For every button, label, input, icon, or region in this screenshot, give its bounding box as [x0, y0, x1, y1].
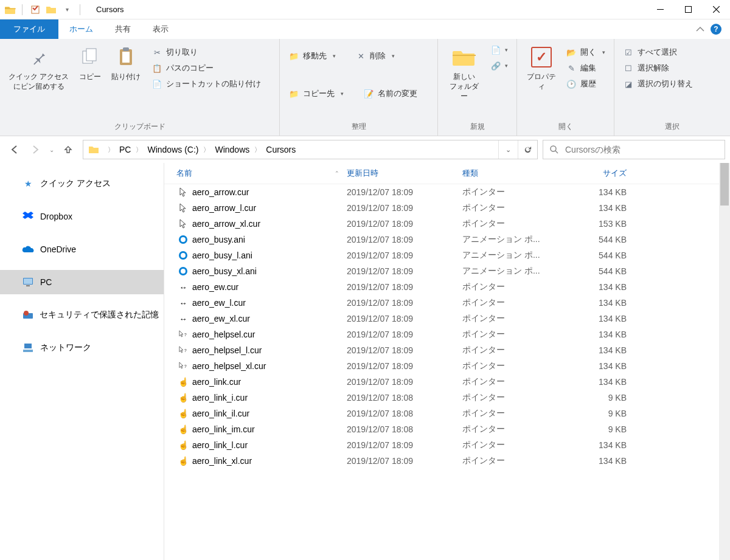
nav-forward-button[interactable]	[26, 140, 45, 159]
col-date[interactable]: 更新日時	[347, 168, 462, 179]
sidebar-item-quick-access[interactable]: ★クイック アクセス	[0, 171, 164, 196]
file-type-icon: ↔	[176, 314, 190, 323]
crumb-sep[interactable]: 〉	[200, 145, 214, 154]
sidebar-item-network[interactable]: ネットワーク	[0, 336, 164, 360]
properties-button[interactable]: プロパティ	[522, 43, 561, 94]
open-button[interactable]: 📂開く	[562, 45, 609, 60]
navbar: ⌄ 〉 PC 〉 Windows (C:) 〉 Windows 〉 Cursor…	[0, 136, 730, 163]
nav-up-button[interactable]	[58, 140, 78, 159]
sidebar-item-dropbox[interactable]: Dropbox	[0, 204, 164, 229]
crumb-sep[interactable]: 〉	[251, 145, 265, 154]
file-name: aero_link_im.cur	[190, 424, 347, 434]
file-row[interactable]: ☝aero_link_l.cur2019/12/07 18:09ポインター134…	[164, 437, 719, 453]
scrollbar-thumb[interactable]	[720, 163, 729, 206]
file-name: aero_link.cur	[190, 377, 347, 387]
address-dropdown[interactable]: ⌄	[498, 140, 518, 159]
rename-button[interactable]: 📝名前の変更	[360, 86, 421, 101]
minimize-button[interactable]	[646, 0, 674, 19]
ribbon-collapse-button[interactable]	[696, 24, 704, 35]
vertical-scrollbar[interactable]	[719, 163, 730, 560]
file-type: ポインター	[462, 440, 554, 451]
help-button[interactable]: ?	[711, 24, 721, 35]
sidebar-item-onedrive[interactable]: OneDrive	[0, 237, 164, 261]
crumb-windows[interactable]: Windows	[214, 145, 251, 154]
file-row[interactable]: aero_arrow.cur2019/12/07 18:09ポインター134 K…	[164, 184, 719, 200]
file-type-icon	[176, 267, 190, 275]
select-all-button[interactable]: ☑すべて選択	[619, 45, 697, 60]
copy-button[interactable]: コピー	[72, 43, 108, 84]
tab-share[interactable]: 共有	[104, 19, 142, 39]
qat-folder[interactable]	[44, 3, 58, 16]
file-type: ポインター	[462, 218, 554, 229]
edit-button[interactable]: ✎編集	[562, 61, 609, 75]
file-row[interactable]: aero_arrow_xl.cur2019/12/07 18:09ポインター15…	[164, 216, 719, 232]
easy-access-dropdown[interactable]: 🔗▾	[487, 58, 512, 73]
address-bar[interactable]: 〉 PC 〉 Windows (C:) 〉 Windows 〉 Cursors …	[83, 140, 538, 159]
svg-text:?: ?	[184, 348, 187, 353]
crumb-sep[interactable]: 〉	[104, 145, 118, 154]
file-type: ポインター	[462, 424, 554, 435]
group-label-new: 新規	[438, 119, 516, 136]
qat-dropdown[interactable]: ▾	[60, 3, 74, 16]
file-row[interactable]: ↔aero_ew_xl.cur2019/12/07 18:09ポインター134 …	[164, 311, 719, 327]
sidebar-item-security[interactable]: セキュリティで保護された記憶	[0, 303, 164, 327]
file-row[interactable]: ☝aero_link.cur2019/12/07 18:09ポインター134 K…	[164, 374, 719, 390]
pin-to-quick-access-button[interactable]: クイック アクセス にピン留めする	[5, 43, 72, 94]
delete-button[interactable]: ✕削除	[352, 49, 398, 63]
col-name[interactable]: 名前⌃	[176, 168, 347, 179]
invert-selection-button[interactable]: ◪選択の切り替え	[619, 77, 697, 91]
file-row[interactable]: ☝aero_link_im.cur2019/12/07 18:08ポインター9 …	[164, 421, 719, 437]
copy-path-button[interactable]: 📋パスのコピー	[148, 61, 265, 75]
file-date: 2019/12/07 18:09	[347, 440, 462, 450]
file-row[interactable]: ☝aero_link_xl.cur2019/12/07 18:09ポインター13…	[164, 453, 719, 469]
file-row[interactable]: ?aero_helpsel_xl.cur2019/12/07 18:09ポインタ…	[164, 358, 719, 374]
file-row[interactable]: ?aero_helpsel.cur2019/12/07 18:09ポインター13…	[164, 327, 719, 342]
crumb-sep[interactable]: 〉	[132, 145, 146, 154]
search-box[interactable]	[543, 140, 725, 159]
col-size[interactable]: サイズ	[554, 168, 627, 179]
svg-rect-2	[685, 7, 691, 13]
file-row[interactable]: ↔aero_ew_l.cur2019/12/07 18:09ポインター134 K…	[164, 295, 719, 311]
file-size: 134 KB	[554, 377, 627, 387]
paste-shortcut-button[interactable]: 📄ショートカットの貼り付け	[148, 77, 265, 91]
star-icon: ★	[22, 178, 34, 190]
search-input[interactable]	[565, 145, 718, 154]
file-row[interactable]: aero_busy_l.ani2019/12/07 18:09アニメーション ポ…	[164, 247, 719, 263]
file-name: aero_busy_xl.ani	[190, 266, 347, 276]
crumb-drive[interactable]: Windows (C:)	[146, 145, 200, 154]
file-row[interactable]: aero_busy_xl.ani2019/12/07 18:09アニメーション …	[164, 263, 719, 279]
new-item-dropdown[interactable]: 📄▾	[487, 43, 512, 57]
copy-to-button[interactable]: 📁コピー先	[285, 86, 347, 101]
close-button[interactable]	[702, 0, 730, 19]
cut-button[interactable]: ✂切り取り	[148, 45, 265, 60]
tab-file[interactable]: ファイル	[0, 19, 58, 39]
file-row[interactable]: ☝aero_link_il.cur2019/12/07 18:08ポインター9 …	[164, 406, 719, 421]
sidebar-item-pc[interactable]: PC	[0, 270, 164, 294]
new-folder-button[interactable]: 新しい フォルダー	[443, 43, 485, 104]
pc-icon	[22, 276, 34, 288]
col-type[interactable]: 種類	[462, 168, 554, 179]
tab-home[interactable]: ホーム	[58, 19, 104, 39]
svg-rect-4	[86, 49, 96, 61]
file-row[interactable]: ☝aero_link_i.cur2019/12/07 18:08ポインター9 K…	[164, 390, 719, 406]
paste-button[interactable]: 貼り付け	[108, 43, 144, 84]
file-name: aero_helpsel_xl.cur	[190, 361, 347, 371]
nav-back-button[interactable]	[5, 140, 24, 159]
qat-properties[interactable]	[29, 3, 42, 16]
move-to-button[interactable]: 📁移動先	[285, 49, 339, 63]
file-row[interactable]: aero_arrow_l.cur2019/12/07 18:09ポインター134…	[164, 200, 719, 216]
tab-view[interactable]: 表示	[142, 19, 179, 39]
file-row[interactable]: aero_busy.ani2019/12/07 18:09アニメーション ポ..…	[164, 232, 719, 247]
nav-recent-dropdown[interactable]: ⌄	[46, 140, 57, 159]
refresh-button[interactable]	[518, 140, 537, 159]
file-row[interactable]: ↔aero_ew.cur2019/12/07 18:09ポインター134 KB	[164, 279, 719, 295]
select-none-button[interactable]: ☐選択解除	[619, 61, 697, 75]
crumb-pc[interactable]: PC	[118, 145, 132, 154]
history-button[interactable]: 🕑履歴	[562, 77, 609, 91]
maximize-button[interactable]	[674, 0, 702, 19]
svg-text:?: ?	[184, 333, 187, 337]
svg-text:?: ?	[184, 364, 187, 368]
file-row[interactable]: ?aero_helpsel_l.cur2019/12/07 18:09ポインター…	[164, 342, 719, 358]
crumb-cursors[interactable]: Cursors	[265, 145, 297, 154]
file-type: ポインター	[462, 329, 554, 340]
